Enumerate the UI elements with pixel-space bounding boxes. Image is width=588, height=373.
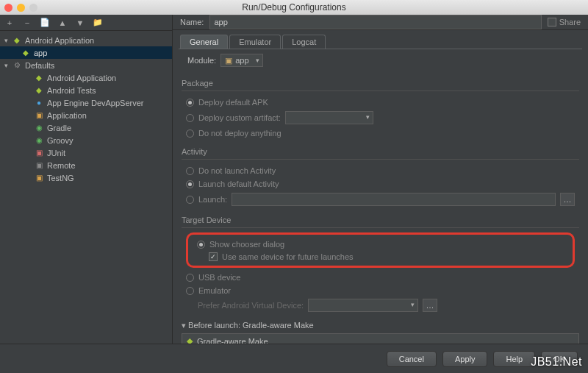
radio-icon[interactable] [186, 129, 194, 138]
tree-node-default-5[interactable]: ◉Groovy [0, 134, 172, 146]
module-row: Module: ▣ app [179, 49, 582, 71]
radio-label: Launch: [198, 195, 227, 204]
tree-node-default-3[interactable]: ▣Application [0, 109, 172, 121]
radio-icon[interactable] [186, 287, 194, 295]
tab-general[interactable]: General [180, 35, 228, 49]
config-tree[interactable]: ▾◆ Android Application ◆ app ▾⚙ Defaults… [0, 31, 172, 344]
watermark: JB51.Net [531, 355, 582, 369]
before-launch-group: Before launch: Gradle-aware Make ◆ Gradl… [182, 321, 579, 344]
copy-config-icon[interactable]: 📄 [40, 18, 50, 27]
android-icon: ◆ [21, 48, 31, 58]
folder-icon[interactable]: 📁 [93, 18, 103, 27]
tree-node-default-4[interactable]: ◉Gradle [0, 121, 172, 134]
tree-node-app[interactable]: ◆ app [0, 46, 172, 59]
avd-combo[interactable] [308, 299, 418, 312]
help-button[interactable]: Help [493, 351, 535, 367]
tab-logcat[interactable]: Logcat [282, 35, 326, 49]
tree-node-defaults[interactable]: ▾⚙ Defaults [0, 59, 172, 71]
tree-node-default-8[interactable]: ▣TestNG [0, 171, 172, 184]
radio-label: USB device [198, 273, 240, 282]
tree-node-default-2[interactable]: ●App Engine DevAppServer [0, 96, 172, 109]
share-option[interactable]: Share [548, 18, 581, 26]
move-up-icon[interactable]: ▲ [57, 18, 68, 27]
name-input[interactable] [209, 15, 541, 29]
radio-icon[interactable] [197, 241, 205, 249]
checkbox-label: Use same device for future launches [222, 252, 354, 261]
appengine-icon: ● [34, 98, 44, 108]
artifact-combo[interactable] [285, 111, 373, 124]
browse-activity-button[interactable]: … [560, 193, 575, 206]
radio-label: Emulator [198, 286, 231, 295]
radio-icon[interactable] [186, 99, 194, 107]
before-launch-title[interactable]: Before launch: Gradle-aware Make [182, 321, 579, 330]
activity-opt-default[interactable]: Launch default Activity [182, 177, 579, 191]
module-label: Module: [187, 56, 216, 65]
testng-icon: ▣ [34, 173, 44, 183]
tree-label: Application [47, 111, 87, 120]
tree-label: TestNG [47, 174, 74, 182]
radio-label: Do not deploy anything [198, 129, 282, 138]
name-row: Name: Share [173, 15, 588, 30]
radio-label: Deploy default APK [198, 98, 268, 107]
package-title: Package [182, 76, 579, 91]
application-icon: ▣ [34, 110, 44, 121]
remove-config-icon[interactable]: − [22, 18, 32, 27]
radio-icon[interactable] [186, 196, 194, 204]
package-opt-default[interactable]: Deploy default APK [182, 96, 579, 109]
share-label: Share [559, 18, 581, 26]
tree-label: Android Tests [47, 86, 96, 95]
tree-node-default-6[interactable]: ▣JUnit [0, 146, 172, 159]
avd-browse-button[interactable]: … [423, 299, 437, 312]
tree-node-default-1[interactable]: ◆Android Tests [0, 84, 172, 96]
tree-label: Android Application [25, 36, 94, 45]
tree-label: Gradle [47, 124, 71, 132]
gradle-make-icon: ◆ [187, 336, 193, 344]
activity-group: Activity Do not launch Activity Launch d… [182, 144, 579, 208]
target-device-group: Target Device Show chooser dialog Use sa… [182, 213, 579, 313]
tree-label: Groovy [47, 136, 73, 145]
share-checkbox[interactable] [548, 18, 556, 26]
gradle-icon: ◉ [34, 123, 44, 133]
package-opt-custom[interactable]: Deploy custom artifact: [182, 109, 579, 127]
checkbox-icon[interactable] [209, 252, 218, 261]
radio-icon[interactable] [186, 167, 194, 175]
module-select[interactable]: ▣ app [220, 54, 262, 67]
radio-label: Do not launch Activity [198, 166, 276, 175]
settings-icon: ⚙ [12, 60, 22, 71]
junit-icon: ▣ [34, 148, 44, 158]
before-launch-item[interactable]: ◆ Gradle-aware Make [182, 333, 579, 344]
tab-emulator[interactable]: Emulator [229, 35, 281, 49]
package-group: Package Deploy default APK Deploy custom… [182, 76, 579, 140]
target-opt-usb[interactable]: USB device [182, 271, 579, 284]
target-opt-chooser[interactable]: Show chooser dialog [193, 238, 568, 251]
apply-button[interactable]: Apply [442, 351, 488, 367]
tree-node-default-0[interactable]: ◆Android Application [0, 71, 172, 84]
tree-label: Defaults [25, 61, 54, 70]
radio-icon[interactable] [186, 114, 194, 122]
tree-node-default-7[interactable]: ▣Remote [0, 159, 172, 171]
before-launch-item-label: Gradle-aware Make [197, 337, 268, 344]
tree-toolbar: + − 📄 ▲ ▼ 📁 [0, 15, 172, 31]
activity-opt-none[interactable]: Do not launch Activity [182, 164, 579, 177]
radio-icon[interactable] [186, 274, 194, 282]
avd-label: Prefer Android Virtual Device: [198, 301, 304, 310]
activity-opt-launch[interactable]: Launch: … [182, 191, 579, 208]
add-config-icon[interactable]: + [4, 18, 15, 27]
tree-label: JUnit [47, 149, 65, 157]
groovy-icon: ◉ [34, 135, 44, 146]
tree-label: Android Application [47, 74, 116, 82]
tab-bar: General Emulator Logcat [173, 30, 588, 49]
launch-activity-input[interactable] [232, 193, 556, 206]
radio-icon[interactable] [186, 180, 194, 188]
tree-node-android-application[interactable]: ▾◆ Android Application [0, 34, 172, 46]
config-tree-panel: + − 📄 ▲ ▼ 📁 ▾◆ Android Application ◆ app… [0, 15, 173, 344]
package-opt-none[interactable]: Do not deploy anything [182, 127, 579, 140]
dialog-footer: Cancel Apply Help OK [0, 344, 588, 373]
tree-label: Remote [47, 161, 76, 170]
target-same-device[interactable]: Use same device for future launches [193, 251, 568, 263]
target-opt-emulator[interactable]: Emulator [182, 284, 579, 297]
module-icon: ▣ [225, 56, 232, 65]
move-down-icon[interactable]: ▼ [75, 18, 85, 27]
cancel-button[interactable]: Cancel [387, 351, 437, 367]
module-value: app [235, 56, 248, 65]
